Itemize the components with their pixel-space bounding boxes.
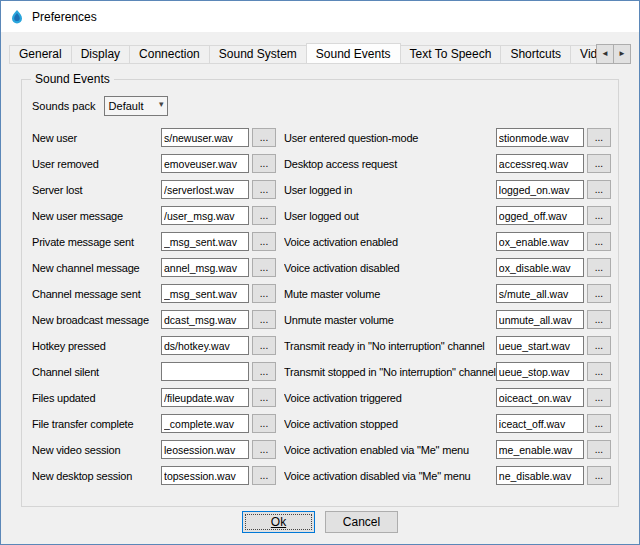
browse-button[interactable]: ... — [587, 362, 611, 381]
sound-file-input[interactable] — [496, 440, 584, 459]
sound-file-input[interactable] — [161, 362, 249, 381]
browse-button[interactable]: ... — [587, 232, 611, 251]
sound-file-input[interactable] — [161, 180, 249, 199]
sound-file-input[interactable] — [161, 128, 249, 147]
sound-file-input[interactable] — [161, 466, 249, 485]
sound-event-label: Hotkey pressed — [32, 340, 161, 352]
browse-button[interactable]: ... — [252, 154, 276, 173]
tab-connection[interactable]: Connection — [129, 45, 210, 63]
browse-button[interactable]: ... — [252, 466, 276, 485]
sound-file-input[interactable] — [161, 154, 249, 173]
sound-file-input[interactable] — [496, 232, 584, 251]
browse-button[interactable]: ... — [587, 336, 611, 355]
tab-sound-events[interactable]: Sound Events — [306, 43, 401, 63]
sound-file-input[interactable] — [496, 388, 584, 407]
browse-button[interactable]: ... — [587, 128, 611, 147]
browse-button[interactable]: ... — [587, 388, 611, 407]
sound-file-input[interactable] — [496, 336, 584, 355]
browse-button[interactable]: ... — [252, 284, 276, 303]
ok-button[interactable]: Ok — [242, 511, 315, 533]
browse-button[interactable]: ... — [252, 232, 276, 251]
browse-button[interactable]: ... — [252, 336, 276, 355]
browse-button[interactable]: ... — [252, 206, 276, 225]
browse-button[interactable]: ... — [252, 388, 276, 407]
sound-file-input[interactable] — [161, 284, 249, 303]
sound-file-input[interactable] — [496, 362, 584, 381]
sound-event-row: Voice activation enabled via "Me" menu..… — [284, 440, 611, 459]
sound-event-label: Unmute master volume — [284, 314, 496, 326]
sound-file-input[interactable] — [496, 180, 584, 199]
browse-button[interactable]: ... — [587, 180, 611, 199]
sound-file-input[interactable] — [161, 258, 249, 277]
sound-event-label: Voice activation triggered — [284, 392, 496, 404]
sound-event-label: Voice activation enabled via "Me" menu — [284, 444, 496, 456]
sound-file-input[interactable] — [496, 258, 584, 277]
sound-event-label: Mute master volume — [284, 288, 496, 300]
tab-general[interactable]: General — [9, 45, 72, 63]
sound-file-input[interactable] — [496, 128, 584, 147]
browse-button[interactable]: ... — [252, 258, 276, 277]
sound-event-label: New desktop session — [32, 470, 161, 482]
events-column-left: New user...User removed...Server lost...… — [32, 128, 276, 492]
browse-button[interactable]: ... — [587, 154, 611, 173]
browse-button[interactable]: ... — [587, 310, 611, 329]
tab-sound-system[interactable]: Sound System — [209, 45, 307, 63]
sound-file-input[interactable] — [496, 206, 584, 225]
dialog-button-row: Ok Cancel — [1, 511, 639, 533]
cancel-button[interactable]: Cancel — [325, 511, 398, 533]
sound-event-row: Mute master volume... — [284, 284, 611, 303]
browse-button[interactable]: ... — [252, 128, 276, 147]
tab-strip: GeneralDisplayConnectionSound SystemSoun… — [9, 42, 631, 63]
browse-button[interactable]: ... — [587, 284, 611, 303]
sound-file-input[interactable] — [161, 388, 249, 407]
browse-button[interactable]: ... — [587, 466, 611, 485]
sound-events-group: Sound Events Sounds pack Default ▾ New u… — [21, 79, 619, 507]
tab-display[interactable]: Display — [71, 45, 130, 63]
tab-scroll-right-button[interactable]: ► — [613, 44, 631, 64]
sound-event-label: Channel message sent — [32, 288, 161, 300]
browse-button[interactable]: ... — [252, 310, 276, 329]
sound-event-row: Files updated... — [32, 388, 276, 407]
sound-event-row: Hotkey pressed... — [32, 336, 276, 355]
browse-button[interactable]: ... — [252, 180, 276, 199]
sounds-pack-select[interactable]: Default ▾ — [104, 96, 168, 116]
events-column-right: User entered question-mode...Desktop acc… — [284, 128, 611, 492]
sounds-pack-value: Default — [109, 100, 144, 112]
sound-file-input[interactable] — [496, 310, 584, 329]
sound-file-input[interactable] — [161, 310, 249, 329]
sound-event-label: User removed — [32, 158, 161, 170]
browse-button[interactable]: ... — [252, 362, 276, 381]
sound-file-input[interactable] — [496, 466, 584, 485]
sound-file-input[interactable] — [161, 414, 249, 433]
tab-shortcuts[interactable]: Shortcuts — [500, 45, 571, 63]
sound-file-input[interactable] — [496, 284, 584, 303]
sound-event-label: User logged out — [284, 210, 496, 222]
browse-button[interactable]: ... — [587, 258, 611, 277]
sound-event-row: New channel message... — [32, 258, 276, 277]
sound-event-row: Voice activation disabled via "Me" menu.… — [284, 466, 611, 485]
tab-text-to-speech[interactable]: Text To Speech — [400, 45, 502, 63]
browse-button[interactable]: ... — [587, 206, 611, 225]
sounds-pack-row: Sounds pack Default ▾ — [32, 96, 608, 116]
browse-button[interactable]: ... — [587, 414, 611, 433]
sound-file-input[interactable] — [161, 336, 249, 355]
sound-event-row: Voice activation triggered... — [284, 388, 611, 407]
sound-event-label: New user — [32, 132, 161, 144]
sound-event-label: New user message — [32, 210, 161, 222]
tab-scroll-control: ◄ ► — [597, 44, 631, 64]
browse-button[interactable]: ... — [587, 440, 611, 459]
browse-button[interactable]: ... — [252, 440, 276, 459]
sound-file-input[interactable] — [496, 414, 584, 433]
arrow-right-icon: ► — [618, 49, 626, 58]
browse-button[interactable]: ... — [252, 414, 276, 433]
sound-file-input[interactable] — [161, 206, 249, 225]
sound-event-row: User entered question-mode... — [284, 128, 611, 147]
sound-event-label: Channel silent — [32, 366, 161, 378]
sound-event-row: New broadcast message... — [32, 310, 276, 329]
sound-file-input[interactable] — [161, 232, 249, 251]
sound-event-row: File transfer complete... — [32, 414, 276, 433]
sound-file-input[interactable] — [161, 440, 249, 459]
sound-event-row: User logged out... — [284, 206, 611, 225]
tab-scroll-left-button[interactable]: ◄ — [596, 44, 614, 64]
sound-file-input[interactable] — [496, 154, 584, 173]
